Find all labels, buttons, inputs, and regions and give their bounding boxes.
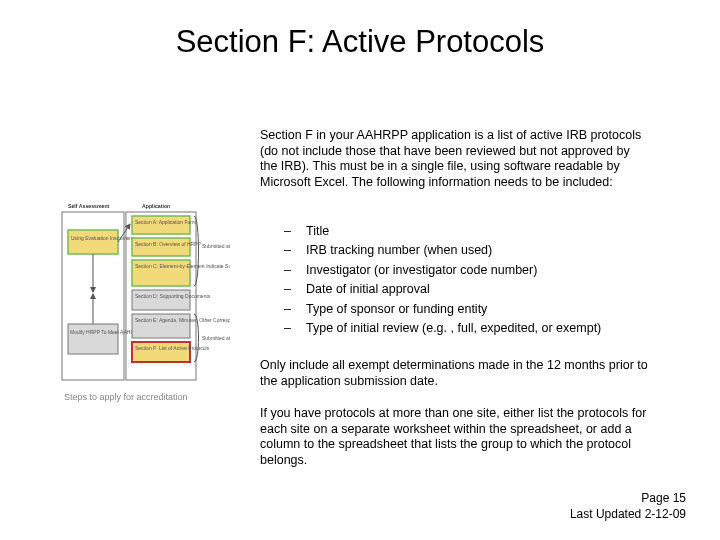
list-item: –Title <box>284 222 664 241</box>
dash-icon: – <box>284 222 306 241</box>
diagram-r5: Section E: Agenda, Minutes, Other Corres… <box>135 317 230 323</box>
list-item: –Investigator (or investigator code numb… <box>284 261 664 280</box>
list-item: –Date of initial approval <box>284 280 664 299</box>
diagram-header-application: Application <box>142 203 170 209</box>
list-item: –Type of initial review (e.g. , full, ex… <box>284 319 664 338</box>
list-item-label: Type of initial review (e.g. , full, exp… <box>306 319 601 338</box>
paragraph-exempt-note: Only include all exempt determinations m… <box>260 358 650 389</box>
diagram-left-eval: Using Evaluation Instrument <box>71 235 134 241</box>
diagram-r3: Section C: Element-by-Element Indicate S… <box>135 263 230 269</box>
diagram-side2: Submitted at Step 2 <box>202 335 230 341</box>
list-item-label: Type of sponsor or funding entity <box>306 300 487 319</box>
dash-icon: – <box>284 241 306 260</box>
list-item: –Type of sponsor or funding entity <box>284 300 664 319</box>
dash-icon: – <box>284 280 306 299</box>
page-number: Page 15 <box>570 490 686 506</box>
diagram-r2: Section B: Overview of HRPP <box>135 241 202 247</box>
page-title: Section F: Active Protocols <box>0 24 720 60</box>
list-item-label: Investigator (or investigator code numbe… <box>306 261 537 280</box>
list-item-label: Title <box>306 222 329 241</box>
dash-icon: – <box>284 300 306 319</box>
paragraph-multisite-note: If you have protocols at more than one s… <box>260 406 650 469</box>
dash-icon: – <box>284 261 306 280</box>
diagram-r1: Section A: Application Form <box>135 219 196 225</box>
accreditation-flowchart: Self Assessment Application Using Evalua… <box>60 200 230 386</box>
diagram-r4: Section D: Supporting Documents <box>135 293 211 299</box>
intro-paragraph: Section F in your AAHRPP application is … <box>260 128 650 191</box>
last-updated: Last Updated 2-12-09 <box>570 506 686 522</box>
requirements-list: –Title –IRB tracking number (when used) … <box>284 222 664 338</box>
list-item: –IRB tracking number (when used) <box>284 241 664 260</box>
list-item-label: Date of initial approval <box>306 280 430 299</box>
diagram-side1: Submitted at Step 1 <box>202 243 230 249</box>
svg-rect-2 <box>68 230 118 254</box>
slide: Section F: Active Protocols Section F in… <box>0 0 720 540</box>
dash-icon: – <box>284 319 306 338</box>
list-item-label: IRB tracking number (when used) <box>306 241 492 260</box>
footer: Page 15 Last Updated 2-12-09 <box>570 490 686 522</box>
diagram-header-self-assessment: Self Assessment <box>68 203 110 209</box>
diagram-caption: Steps to apply for accreditation <box>64 392 188 402</box>
